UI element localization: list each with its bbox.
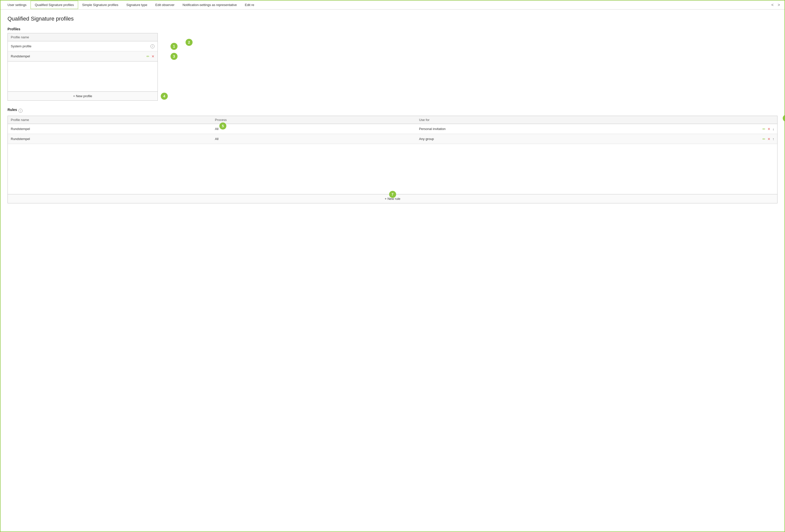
edit-icon-rule-1[interactable]: ✏ [762,127,765,131]
edit-icon-rule-2[interactable]: ✏ [762,137,765,141]
rules-header-process: Process [212,116,416,124]
nav-arrows: < > [770,2,782,8]
rule-1-actions: ✏ ✕ ↓ [752,125,777,133]
tab-edit-observer[interactable]: Edit observer [151,0,179,9]
profiles-table: Profile name System profile i 1 2 Rundst… [7,33,158,92]
rule-1-usefor: Personal invitation [416,125,752,133]
rules-header-profile: Profile name [8,116,212,124]
rule-2-usefor: Any group [416,135,752,143]
delete-icon-rundstempel[interactable]: ✕ [151,54,154,58]
rules-header-usefor: Use for [416,116,752,124]
nav-bar: User settings Qualified Signature profil… [0,0,785,9]
badge-2: 2 [185,39,193,46]
tab-notification-settings[interactable]: Notification-settings as representative [179,0,241,9]
badge-7: 7 [389,191,396,198]
tab-qualified-signature[interactable]: Qualified Signature profiles [30,1,78,9]
tab-user-settings[interactable]: User settings [3,0,30,9]
profile-name-rundstempel: Rundstempel [11,54,140,58]
profiles-table-header: Profile name [8,33,157,41]
profile-actions-rundstempel: ✏ ✕ [140,54,154,58]
page-title: Qualified Signature profiles [7,16,778,22]
tab-edit-re[interactable]: Edit re [241,0,258,9]
profile-row-system: System profile i 1 2 [8,41,157,51]
profile-name-header: Profile name [11,35,29,39]
profile-actions-system: i [140,44,154,48]
badge-5: 5 [219,123,226,129]
badge-4: 4 [161,93,168,100]
rules-empty-area [8,144,777,194]
info-icon-system[interactable]: i [151,44,154,48]
rule-2-actions: ✏ ✕ ↑ [752,135,777,143]
profiles-empty-area [8,61,157,92]
up-icon-rule-2[interactable]: ↑ [773,137,774,141]
rules-header-actions: 6 [752,116,777,124]
badge-1: 1 [171,43,178,50]
profile-row-rundstempel: Rundstempel ✏ ✕ 3 [8,51,157,61]
rule-row-1: Rundstempel All 5 Personal invitation ✏ … [8,124,777,134]
rule-row-2: Rundstempel All Any group ✏ ✕ ↑ [8,134,777,144]
nav-next-button[interactable]: > [776,2,782,8]
rules-section-title: Rules [7,108,17,112]
profiles-section-title: Profiles [7,27,778,31]
rules-table: Profile name Process Use for 6 Rundstemp… [7,116,778,194]
new-profile-button[interactable]: + New profile [7,92,158,101]
tab-signature-type[interactable]: Signature type [122,0,151,9]
nav-prev-button[interactable]: < [770,2,775,8]
profile-name-system: System profile [11,44,140,48]
rules-title-row: Rules i [7,108,778,114]
delete-icon-rule-1[interactable]: ✕ [767,127,770,131]
rules-section: Rules i Profile name Process Use for 6 R… [7,108,778,203]
rule-2-profile: Rundstempel [8,135,212,143]
rule-1-process: All 5 [212,125,416,133]
badge-6: 6 [783,115,785,122]
info-icon-rules[interactable]: i [19,109,23,113]
delete-icon-rule-2[interactable]: ✕ [767,137,770,141]
main-content: Qualified Signature profiles Profiles Pr… [0,9,785,209]
down-icon-rule-1[interactable]: ↓ [773,127,774,131]
badge-3: 3 [171,53,178,60]
rules-table-header: Profile name Process Use for 6 [8,116,777,124]
rule-2-process: All [212,135,416,143]
rule-1-profile: Rundstempel [8,125,212,133]
edit-icon-rundstempel[interactable]: ✏ [147,54,150,58]
tab-simple-signature[interactable]: Simple Signature profiles [78,0,122,9]
